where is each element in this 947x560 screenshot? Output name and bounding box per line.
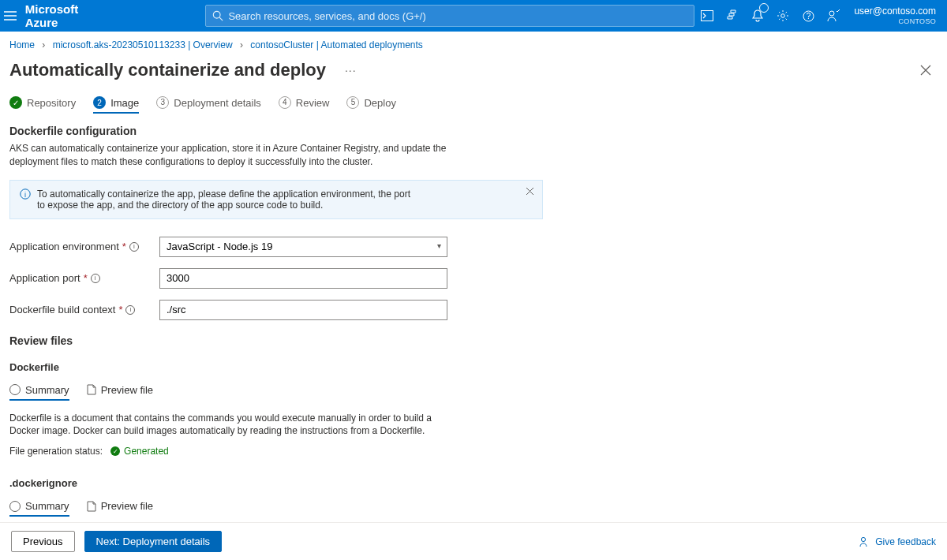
user-email: user@contoso.com [854, 6, 936, 17]
label-app-port: Application port * i [9, 272, 159, 284]
check-icon: ✓ [110, 446, 120, 456]
help-icon[interactable]: ? [795, 0, 821, 32]
content: ✓ Repository 2 Image 3 Deployment detail… [0, 91, 552, 560]
step-label: Review [296, 97, 330, 109]
build-context-field[interactable] [159, 300, 447, 320]
tab-preview-file[interactable]: Preview file [87, 381, 153, 401]
step-repository[interactable]: ✓ Repository [9, 91, 76, 114]
svg-point-8 [862, 537, 866, 541]
step-label: Image [110, 97, 139, 109]
info-box: i To automatically containerize the app,… [9, 180, 543, 219]
row-app-environment: Application environment * i ▾ [9, 237, 543, 257]
input-build-context[interactable] [159, 300, 447, 320]
step-number: 4 [279, 96, 291, 109]
tab-label: Summary [25, 500, 69, 512]
svg-text:?: ? [807, 12, 811, 21]
summary-icon [9, 501, 21, 512]
step-deploy[interactable]: 5 Deploy [346, 91, 395, 114]
summary-icon [9, 384, 21, 395]
breadcrumb: Home › microsoft.aks-20230510113233 | Ov… [0, 32, 947, 58]
crumb-sep: › [37, 39, 50, 50]
cloud-shell-icon[interactable] [694, 0, 720, 32]
close-icon [526, 187, 534, 196]
step-number: 5 [346, 96, 359, 109]
notifications-icon[interactable] [745, 0, 770, 32]
section-desc-dockerfile: AKS can automatically containerize your … [9, 142, 451, 169]
status-value: Generated [124, 446, 169, 457]
svg-point-0 [214, 11, 221, 18]
tabs-dockerignore: Summary Preview file [9, 497, 543, 517]
tab-label: Summary [25, 384, 69, 396]
status-row-dockerfile: File generation status: ✓ Generated [9, 446, 543, 457]
close-button[interactable] [914, 62, 938, 79]
give-feedback-link[interactable]: Give feedback [859, 536, 936, 547]
file-icon [87, 384, 96, 395]
step-number: 3 [156, 96, 169, 109]
step-label: Repository [27, 97, 76, 109]
help-icon[interactable]: i [91, 274, 100, 283]
input-app-port[interactable] [159, 268, 447, 289]
app-port-field[interactable] [159, 268, 447, 289]
more-button[interactable]: ··· [342, 61, 360, 80]
input-app-environment[interactable]: ▾ [159, 237, 447, 257]
brand-label: Microsoft Azure [21, 2, 95, 29]
row-build-context: Dockerfile build context * i [9, 300, 543, 320]
crumb-cluster[interactable]: contosoCluster | Automated deployments [250, 39, 423, 50]
close-icon [920, 65, 931, 76]
tab-label: Preview file [101, 384, 153, 396]
label-build-context: Dockerfile build context * i [9, 304, 159, 315]
tab-summary[interactable]: Summary [9, 381, 69, 401]
user-block[interactable]: user@contoso.com CONTOSO [846, 4, 947, 27]
hamburger-icon [4, 11, 17, 21]
directories-icon[interactable] [720, 0, 745, 32]
row-app-port: Application port * i [9, 268, 543, 289]
next-button[interactable]: Next: Deployment details [84, 531, 223, 552]
help-icon[interactable]: i [125, 305, 135, 315]
previous-button[interactable]: Previous [11, 531, 75, 552]
label-app-environment: Application environment * i [9, 241, 159, 252]
help-icon[interactable]: i [129, 242, 139, 252]
svg-text:i: i [24, 190, 26, 198]
check-icon: ✓ [9, 96, 22, 109]
tab-label: Preview file [101, 500, 153, 512]
app-environment-field[interactable] [159, 237, 447, 257]
hamburger-menu[interactable] [0, 0, 21, 32]
page-title: Automatically containerize and deploy [9, 60, 326, 80]
notification-badge [759, 3, 769, 13]
stepper: ✓ Repository 2 Image 3 Deployment detail… [9, 91, 543, 114]
file-title-dockerignore: .dockerignore [9, 477, 543, 489]
top-bar: Microsoft Azure ? user@contoso.com CONTO… [0, 0, 947, 32]
settings-icon[interactable] [770, 0, 795, 32]
page-header: Automatically containerize and deploy ··… [0, 58, 947, 91]
tab-preview-file[interactable]: Preview file [87, 497, 153, 517]
feedback-icon [859, 536, 870, 547]
required-marker: * [122, 241, 126, 252]
crumb-sub[interactable]: microsoft.aks-20230510113233 | Overview [53, 39, 233, 50]
required-marker: * [84, 272, 88, 284]
step-label: Deployment details [174, 97, 261, 109]
step-deployment-details[interactable]: 3 Deployment details [156, 91, 261, 114]
info-text: To automatically containerize the app, p… [37, 189, 416, 211]
svg-point-2 [781, 14, 785, 18]
step-review[interactable]: 4 Review [279, 91, 330, 114]
search-icon [212, 10, 223, 21]
search-input[interactable] [228, 10, 687, 22]
info-close-button[interactable] [526, 187, 534, 196]
status-label: File generation status: [9, 446, 103, 457]
info-icon: i [20, 189, 31, 211]
tabs-dockerfile: Summary Preview file [9, 381, 543, 401]
svg-point-5 [829, 11, 834, 16]
status-badge: ✓ Generated [110, 446, 169, 457]
required-marker: * [118, 304, 122, 315]
file-title-dockerfile: Dockerfile [9, 361, 543, 373]
crumb-sep: › [235, 39, 248, 50]
step-number: 2 [93, 96, 106, 109]
feedback-label: Give feedback [875, 536, 936, 547]
step-image[interactable]: 2 Image [93, 91, 139, 114]
feedback-top-icon[interactable] [821, 0, 846, 32]
search-box[interactable] [205, 5, 694, 27]
dockerfile-desc: Dockerfile is a document that contains t… [9, 412, 451, 439]
tab-summary[interactable]: Summary [9, 497, 69, 517]
footer: Previous Next: Deployment details Give f… [0, 522, 947, 560]
crumb-home[interactable]: Home [9, 39, 35, 50]
